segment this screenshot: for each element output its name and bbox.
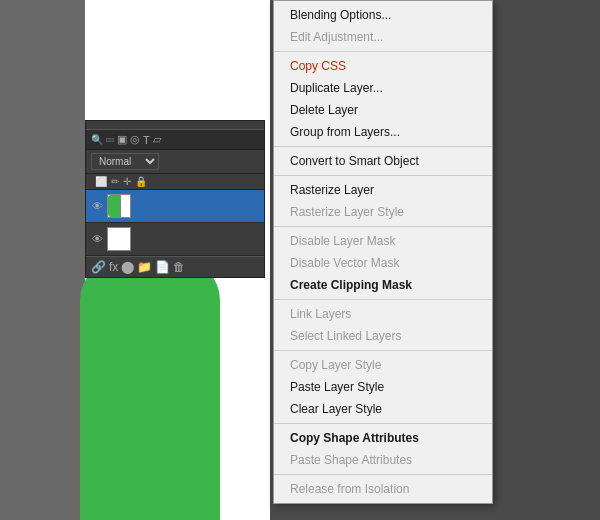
menu-item-copy-shape-attributes[interactable]: Copy Shape Attributes — [274, 427, 492, 449]
menu-divider-convert-smart-object — [274, 175, 492, 176]
layers-controls: Normal — [86, 150, 264, 174]
menu-divider-rasterize-layer-style — [274, 226, 492, 227]
menu-item-convert-smart-object[interactable]: Convert to Smart Object — [274, 150, 492, 172]
menu-divider-clear-layer-style — [274, 423, 492, 424]
lock-position-icon[interactable]: ✛ — [123, 176, 131, 187]
delete-layer-icon[interactable]: 🗑 — [173, 260, 185, 274]
menu-item-copy-layer-style: Copy Layer Style — [274, 354, 492, 376]
menu-item-link-layers: Link Layers — [274, 303, 492, 325]
layer-item-rounded-rect[interactable]: 👁 — [86, 190, 264, 223]
menu-item-blending-options[interactable]: Blending Options... — [274, 4, 492, 26]
menu-item-disable-layer-mask: Disable Layer Mask — [274, 230, 492, 252]
menu-item-paste-shape-attributes: Paste Shape Attributes — [274, 449, 492, 471]
link-layers-icon[interactable]: 🔗 — [91, 260, 106, 274]
menu-divider-select-linked-layers — [274, 350, 492, 351]
layers-bottom-bar: 🔗 fx ⬤ 📁 📄 🗑 — [86, 256, 264, 277]
pixel-filter-icon[interactable]: ▣ — [117, 133, 127, 146]
menu-divider-edit-adjustment — [274, 51, 492, 52]
lock-image-icon[interactable]: ✏ — [111, 176, 119, 187]
lock-all-icon[interactable]: 🔒 — [135, 176, 147, 187]
menu-item-clear-layer-style[interactable]: Clear Layer Style — [274, 398, 492, 420]
menu-item-disable-vector-mask: Disable Vector Mask — [274, 252, 492, 274]
search-icon: 🔍 — [91, 134, 103, 145]
layer-visibility-bg-icon[interactable]: 👁 — [91, 233, 103, 245]
fx-icon[interactable]: fx — [109, 260, 118, 274]
menu-item-create-clipping-mask[interactable]: Create Clipping Mask — [274, 274, 492, 296]
menu-item-duplicate-layer[interactable]: Duplicate Layer... — [274, 77, 492, 99]
layer-thumbnail — [107, 194, 131, 218]
group-icon[interactable]: 📁 — [137, 260, 152, 274]
shape-filter-icon[interactable]: ▱ — [153, 133, 161, 146]
layer-bg-thumbnail — [107, 227, 131, 251]
kind-dropdown[interactable] — [106, 138, 114, 142]
context-menu: Blending Options...Edit Adjustment...Cop… — [273, 0, 493, 504]
menu-divider-group-from-layers — [274, 146, 492, 147]
adjustment-icon[interactable]: ⬤ — [121, 260, 134, 274]
menu-item-edit-adjustment: Edit Adjustment... — [274, 26, 492, 48]
layers-panel-title — [86, 121, 264, 130]
layer-item-background[interactable]: 👁 — [86, 223, 264, 256]
menu-item-group-from-layers[interactable]: Group from Layers... — [274, 121, 492, 143]
adjust-filter-icon[interactable]: ◎ — [130, 133, 140, 146]
new-layer-icon[interactable]: 📄 — [155, 260, 170, 274]
menu-item-paste-layer-style[interactable]: Paste Layer Style — [274, 376, 492, 398]
menu-item-rasterize-layer-style: Rasterize Layer Style — [274, 201, 492, 223]
layer-thumb-mask — [120, 195, 130, 218]
menu-item-release-from-isolation: Release from Isolation — [274, 478, 492, 500]
layers-search-bar: 🔍 ▣ ◎ T ▱ — [86, 130, 264, 150]
menu-item-delete-layer[interactable]: Delete Layer — [274, 99, 492, 121]
menu-divider-paste-shape-attributes — [274, 474, 492, 475]
lock-transparent-icon[interactable]: ⬜ — [95, 176, 107, 187]
layers-panel: 🔍 ▣ ◎ T ▱ Normal ⬜ ✏ ✛ 🔒 👁 👁 — [85, 120, 265, 278]
layer-filter-icons: ▣ ◎ T ▱ — [117, 133, 161, 146]
menu-item-select-linked-layers: Select Linked Layers — [274, 325, 492, 347]
lock-row: ⬜ ✏ ✛ 🔒 — [86, 174, 264, 190]
menu-divider-create-clipping-mask — [274, 299, 492, 300]
green-shape — [80, 260, 220, 520]
menu-item-rasterize-layer[interactable]: Rasterize Layer — [274, 179, 492, 201]
layer-visibility-icon[interactable]: 👁 — [91, 200, 103, 212]
menu-item-copy-css[interactable]: Copy CSS — [274, 55, 492, 77]
type-filter-icon[interactable]: T — [143, 134, 150, 146]
blend-mode-dropdown[interactable]: Normal — [91, 153, 159, 170]
